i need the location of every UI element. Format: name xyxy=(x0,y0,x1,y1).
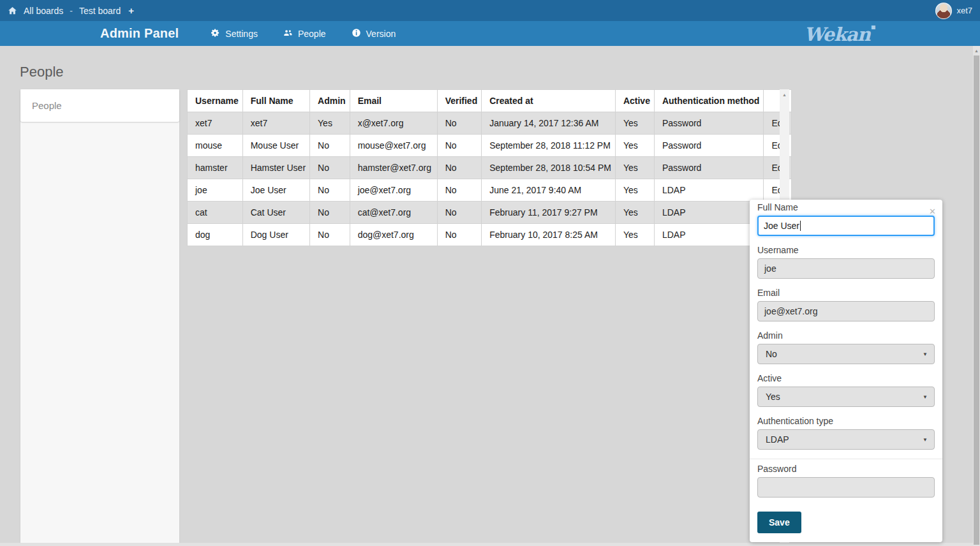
text-cursor xyxy=(800,221,801,231)
cell-auth-method: Password xyxy=(654,112,763,135)
table-row: hamster Hamster User No hamster@xet7.org… xyxy=(188,157,792,179)
table-row: xet7 xet7 Yes x@xet7.org No January 14, … xyxy=(188,112,792,135)
cell-verified: No xyxy=(437,202,482,224)
active-select[interactable]: Yes ▼ xyxy=(757,387,935,407)
user-name[interactable]: xet7 xyxy=(956,6,972,15)
cell-auth-method: Password xyxy=(654,135,763,157)
page-scrollbar[interactable]: ▲ xyxy=(973,46,980,546)
cell-created-at: February 10, 2017 8:25 AM xyxy=(482,224,616,246)
cell-verified: No xyxy=(437,224,482,246)
cell-admin: No xyxy=(310,224,350,246)
cell-auth-method: LDAP xyxy=(654,224,763,246)
password-label: Password xyxy=(757,464,935,474)
edit-user-popup: ✕ Full Name Joe User Username joe Email … xyxy=(750,200,942,542)
sidebar-item-label: People xyxy=(32,100,62,111)
cell-verified: No xyxy=(437,179,482,202)
cell-created-at: January 14, 2017 12:36 AM xyxy=(482,112,616,135)
full-name-label: Full Name xyxy=(757,202,935,212)
menu-item-people[interactable]: People xyxy=(271,28,339,40)
table-row: dog Dog User No dog@xet7.org No February… xyxy=(188,224,792,246)
scroll-up-icon[interactable]: ▲ xyxy=(973,46,980,53)
col-admin: Admin xyxy=(310,90,350,112)
table-row: cat Cat User No cat@xet7.org No February… xyxy=(188,202,792,224)
admin-selected-value: No xyxy=(766,349,777,359)
cell-created-at: September 28, 2018 11:12 PM xyxy=(482,135,616,157)
scroll-up-icon[interactable]: ▲ xyxy=(780,89,789,97)
cell-email: mouse@xet7.org xyxy=(350,135,437,157)
chevron-down-icon: ▼ xyxy=(923,394,928,400)
menu-item-settings[interactable]: Settings xyxy=(198,28,271,40)
breadcrumb-board-name[interactable]: Test board xyxy=(79,6,121,16)
cell-admin: No xyxy=(310,179,350,202)
cell-username: joe xyxy=(188,179,243,202)
logo-dot: ▪ xyxy=(871,22,875,31)
cell-created-at: September 28, 2018 10:54 PM xyxy=(482,157,616,179)
cell-username: hamster xyxy=(188,157,243,179)
admin-sidebar: People xyxy=(20,89,179,546)
username-label: Username xyxy=(757,245,935,255)
auth-type-selected-value: LDAP xyxy=(766,434,789,445)
chevron-down-icon: ▼ xyxy=(923,351,928,357)
auth-type-label: Authentication type xyxy=(757,416,935,426)
auth-type-select[interactable]: LDAP ▼ xyxy=(757,429,935,450)
cell-admin: Yes xyxy=(310,112,350,135)
cell-username: mouse xyxy=(188,135,243,157)
cell-username: dog xyxy=(188,224,243,246)
gear-icon xyxy=(211,28,220,40)
admin-menu: Settings People Version xyxy=(198,28,408,40)
password-input[interactable] xyxy=(757,477,935,498)
sidebar-item-people[interactable]: People xyxy=(20,89,179,122)
menu-item-version[interactable]: Version xyxy=(339,28,409,40)
horizontal-scrollbar[interactable] xyxy=(0,543,973,546)
cell-active: Yes xyxy=(615,202,654,224)
cell-active: Yes xyxy=(615,112,654,135)
admin-select[interactable]: No ▼ xyxy=(757,344,935,364)
scrollbar-thumb[interactable] xyxy=(974,55,979,545)
save-button[interactable]: Save xyxy=(757,512,801,533)
active-label: Active xyxy=(757,373,935,383)
cell-active: Yes xyxy=(615,157,654,179)
active-selected-value: Yes xyxy=(766,392,780,402)
col-full-name: Full Name xyxy=(242,90,309,112)
col-auth-method: Authentication method xyxy=(654,90,763,112)
full-name-input[interactable]: Joe User xyxy=(757,216,935,236)
cell-verified: No xyxy=(437,135,482,157)
info-icon xyxy=(352,28,361,40)
cell-verified: No xyxy=(437,112,482,135)
cell-full-name: xet7 xyxy=(242,112,309,135)
table-row: mouse Mouse User No mouse@xet7.org No Se… xyxy=(188,135,792,157)
cell-auth-method: Password xyxy=(654,157,763,179)
add-board-icon[interactable]: + xyxy=(128,5,134,16)
cell-auth-method: LDAP xyxy=(654,179,763,202)
cell-admin: No xyxy=(310,157,350,179)
cell-username: xet7 xyxy=(188,112,243,135)
cell-active: Yes xyxy=(615,179,654,202)
email-input: joe@xet7.org xyxy=(757,301,935,321)
page-title: Admin Panel xyxy=(100,26,179,41)
cell-email: hamster@xet7.org xyxy=(350,157,437,179)
breadcrumb-all-boards[interactable]: All boards xyxy=(24,6,63,16)
cell-created-at: February 11, 2017 9:27 PM xyxy=(482,202,616,224)
cell-created-at: June 21, 2017 9:40 AM xyxy=(482,179,616,202)
admin-label: Admin xyxy=(757,330,935,341)
home-icon[interactable] xyxy=(8,6,17,15)
user-avatar[interactable] xyxy=(935,3,952,19)
cell-email: dog@xet7.org xyxy=(350,224,437,246)
close-icon[interactable]: ✕ xyxy=(929,207,936,216)
col-username: Username xyxy=(188,90,243,112)
cell-active: Yes xyxy=(615,224,654,246)
cell-full-name: Mouse User xyxy=(242,135,309,157)
menu-label: People xyxy=(298,29,326,39)
top-bar: All boards - Test board + xet7 xyxy=(0,0,980,21)
table-row: joe Joe User No joe@xet7.org No June 21,… xyxy=(188,179,792,202)
full-name-value: Joe User xyxy=(764,221,799,231)
cell-full-name: Hamster User xyxy=(242,157,309,179)
col-active: Active xyxy=(615,90,654,112)
breadcrumb-separator: - xyxy=(70,6,73,16)
cell-email: joe@xet7.org xyxy=(350,179,437,202)
table-header-row: Username Full Name Admin Email Verified … xyxy=(188,90,792,112)
cell-email: cat@xet7.org xyxy=(350,202,437,224)
cell-full-name: Cat User xyxy=(242,202,309,224)
people-table: Username Full Name Admin Email Verified … xyxy=(187,89,792,246)
admin-nav-bar: Admin Panel Settings People Version Weka… xyxy=(0,21,980,46)
